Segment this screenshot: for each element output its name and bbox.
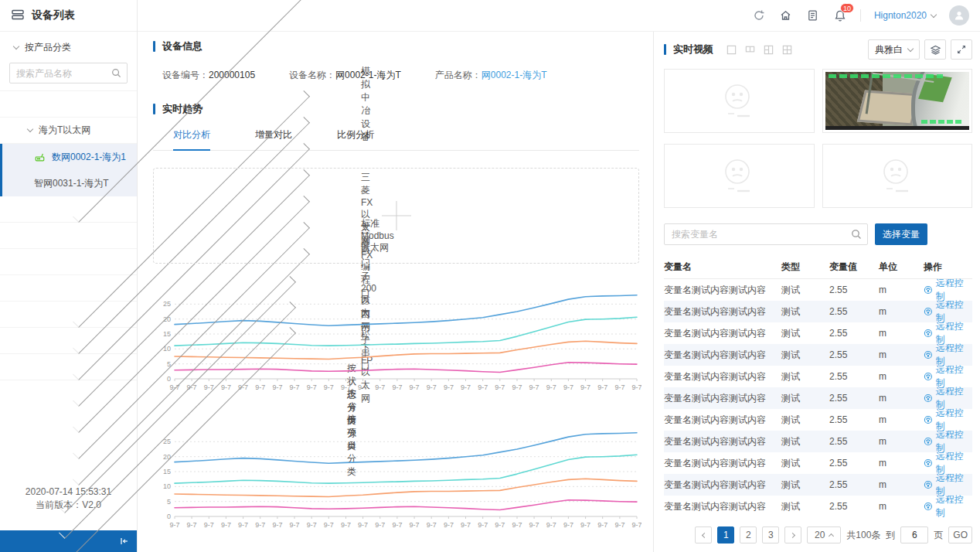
- chevron-down-icon: [931, 11, 937, 17]
- cell-unit: m: [879, 393, 924, 404]
- cell-variable-name: 变量名测试内容测试内容: [664, 479, 781, 492]
- chevron-up-icon: [829, 533, 834, 539]
- page-button-1[interactable]: 1: [717, 526, 734, 543]
- page-size-select[interactable]: 20: [807, 526, 841, 543]
- remote-control-icon: [924, 415, 933, 424]
- svg-text:9-7: 9-7: [255, 521, 265, 529]
- video-title: 实时视频: [673, 43, 713, 56]
- go-button[interactable]: GO: [948, 526, 972, 543]
- svg-text:9-7: 9-7: [375, 383, 385, 391]
- sidebar-tree-item[interactable]: 模拟中冶设备: [0, 91, 137, 118]
- cell-unit: m: [879, 436, 924, 447]
- cell-value: 2.55: [829, 458, 879, 469]
- refresh-icon[interactable]: [752, 9, 766, 22]
- cell-value: 2.55: [829, 285, 879, 295]
- svg-text:0: 0: [167, 513, 171, 520]
- remote-control-icon: [924, 372, 933, 381]
- user-menu[interactable]: Hignton2020: [874, 10, 936, 21]
- device-icon: [34, 152, 46, 162]
- svg-text:9-7: 9-7: [512, 383, 522, 391]
- prev-page-button[interactable]: [695, 526, 712, 543]
- product-search-input[interactable]: [9, 63, 128, 83]
- layout-dual-icon[interactable]: [744, 44, 756, 56]
- sidebar-tree-item[interactable]: 三菱FX以太网: [0, 196, 137, 223]
- app-root: 设备列表 按产品分类 模拟中冶设备海为T以太网数网0002-1-海为1智网003…: [0, 0, 980, 552]
- svg-text:9-7: 9-7: [529, 521, 539, 529]
- video-slot-empty[interactable]: [664, 69, 815, 133]
- svg-text:9-7: 9-7: [341, 521, 351, 529]
- home-icon[interactable]: [779, 9, 793, 22]
- notifications-bell-icon[interactable]: 10: [833, 9, 847, 22]
- cell-type: 测试: [781, 305, 829, 319]
- select-variable-button[interactable]: 选择变量: [875, 223, 927, 245]
- remote-control-icon: [924, 480, 933, 489]
- chevron-down-icon: [907, 45, 914, 51]
- video-slot-empty[interactable]: [822, 144, 973, 208]
- layout-single-icon[interactable]: [726, 44, 737, 56]
- table-row: 变量名测试内容测试内容测试2.55m远程控制: [664, 474, 972, 496]
- device-field: 设备名称：网0002-1-海为T: [289, 69, 401, 82]
- sidebar-header: 设备列表: [0, 0, 137, 32]
- add-chart-placeholder[interactable]: [153, 168, 639, 264]
- remote-control-icon: [924, 307, 933, 316]
- variable-search: [664, 223, 868, 245]
- remote-control-link[interactable]: 远程控制: [924, 493, 972, 520]
- product-search: [0, 56, 137, 91]
- layout-quad-icon[interactable]: [781, 44, 793, 56]
- total-count: 共100条: [846, 529, 880, 542]
- sidebar-tree-item[interactable]: 标准Modbus以太网: [0, 223, 137, 249]
- svg-text:9-7: 9-7: [597, 521, 607, 529]
- svg-text:9-7: 9-7: [169, 521, 179, 529]
- page-number-input[interactable]: [900, 526, 928, 543]
- user-avatar[interactable]: [949, 5, 969, 26]
- document-icon[interactable]: [806, 9, 820, 22]
- remote-control-icon: [924, 458, 933, 468]
- table-row: 变量名测试内容测试内容测试2.55m远程控制: [664, 279, 972, 301]
- video-grid: [664, 69, 972, 208]
- layout-triple-icon[interactable]: [763, 44, 774, 56]
- svg-text:9-7: 9-7: [512, 521, 522, 529]
- svg-text:15: 15: [163, 468, 171, 475]
- cell-value: 2.55: [829, 436, 879, 447]
- theme-value: 典雅白: [875, 43, 903, 56]
- tree-item-label: 海为T以太网: [39, 124, 90, 137]
- sidebar-tree-item[interactable]: 数网0002-1-海为1: [0, 144, 137, 170]
- fullscreen-icon: [956, 44, 967, 55]
- layers-button[interactable]: [924, 39, 946, 60]
- goto-label: 到: [886, 529, 895, 542]
- column-header: 变量值: [829, 261, 879, 274]
- sidebar-tree-item[interactable]: 三菱FX编程口: [0, 249, 137, 275]
- svg-text:9-7: 9-7: [461, 521, 471, 529]
- table-row: 变量名测试内容测试内容测试2.55m远程控制: [664, 301, 972, 322]
- device-field: 产品名称：网0002-1-海为T: [435, 69, 547, 82]
- svg-text:9-7: 9-7: [187, 521, 197, 529]
- sidebar-category-products[interactable]: 按产品分类: [0, 38, 137, 56]
- variable-search-input[interactable]: [664, 223, 868, 245]
- trend-tab[interactable]: 对比分析: [173, 128, 210, 151]
- field-label: 产品名称：: [435, 70, 481, 80]
- svg-text:9-7: 9-7: [255, 383, 265, 391]
- cell-unit: m: [879, 414, 924, 425]
- device-list-icon: [11, 9, 25, 23]
- svg-text:9-7: 9-7: [563, 521, 573, 529]
- chevron-left-icon: [702, 532, 707, 537]
- field-value[interactable]: 网0002-1-海为T: [481, 70, 547, 80]
- trend-section-title: 实时趋势: [153, 102, 639, 116]
- collapse-icon: [118, 536, 130, 547]
- page-button-2[interactable]: 2: [740, 526, 757, 543]
- sidebar-tree-item[interactable]: 海为T以太网: [0, 118, 137, 144]
- trend-tab[interactable]: 比例分析: [337, 128, 374, 151]
- video-slot-live-feed[interactable]: [822, 69, 973, 133]
- svg-text:9-7: 9-7: [529, 383, 539, 391]
- video-slot-empty[interactable]: [664, 144, 815, 208]
- next-page-button[interactable]: [784, 526, 801, 543]
- svg-text:9-7: 9-7: [427, 521, 437, 529]
- cell-variable-name: 变量名测试内容测试内容: [664, 392, 781, 405]
- main-column: 10 Hignton2020 设备信息 设备编号：200000105设备名称：网…: [138, 0, 980, 552]
- fullscreen-button[interactable]: [951, 39, 972, 60]
- device-info-fields: 设备编号：200000105设备名称：网0002-1-海为T产品名称：网0002…: [162, 69, 639, 82]
- cell-value: 2.55: [829, 414, 879, 425]
- theme-select[interactable]: 典雅白: [868, 39, 920, 60]
- cell-type: 测试: [781, 479, 829, 492]
- page-button-3[interactable]: 3: [762, 526, 779, 543]
